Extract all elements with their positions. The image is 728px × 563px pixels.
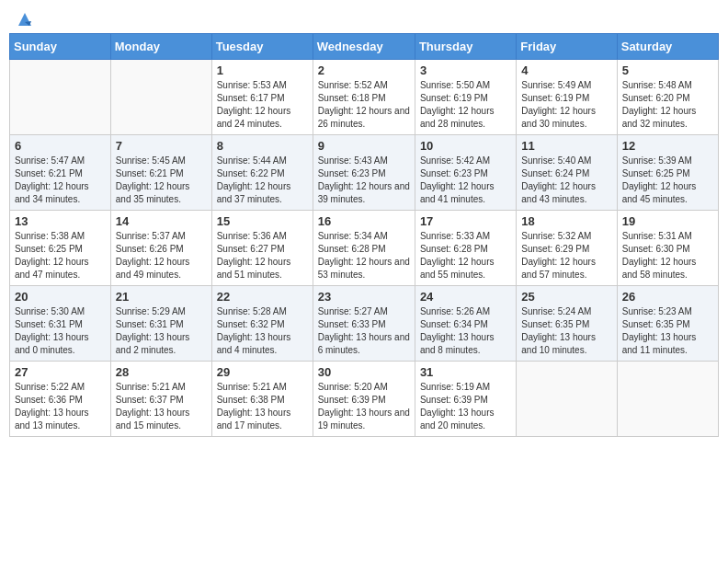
calendar-day-header: Friday [517, 34, 617, 60]
day-number: 5 [622, 63, 713, 77]
day-number: 8 [217, 139, 308, 153]
day-number: 3 [420, 63, 511, 77]
calendar-week-row: 27Sunrise: 5:22 AM Sunset: 6:36 PM Dayli… [10, 362, 719, 437]
calendar-day-cell: 17Sunrise: 5:33 AM Sunset: 6:28 PM Dayli… [415, 211, 516, 286]
calendar-day-header: Sunday [10, 34, 111, 60]
calendar-day-cell: 30Sunrise: 5:20 AM Sunset: 6:39 PM Dayli… [313, 362, 415, 437]
day-number: 11 [521, 139, 611, 153]
calendar-day-header: Thursday [415, 34, 516, 60]
calendar-day-cell: 11Sunrise: 5:40 AM Sunset: 6:24 PM Dayli… [517, 135, 617, 211]
day-info: Sunrise: 5:21 AM Sunset: 6:37 PM Dayligh… [116, 382, 190, 431]
day-number: 6 [15, 139, 106, 153]
day-info: Sunrise: 5:50 AM Sunset: 6:19 PM Dayligh… [420, 80, 495, 129]
calendar-day-cell: 9Sunrise: 5:43 AM Sunset: 6:23 PM Daylig… [313, 135, 415, 211]
calendar-day-cell: 14Sunrise: 5:37 AM Sunset: 6:26 PM Dayli… [110, 211, 211, 286]
day-number: 20 [15, 290, 106, 304]
day-info: Sunrise: 5:53 AM Sunset: 6:17 PM Dayligh… [217, 80, 291, 129]
calendar-day-cell [110, 60, 211, 135]
day-number: 14 [116, 214, 207, 228]
calendar-day-cell: 4Sunrise: 5:49 AM Sunset: 6:19 PM Daylig… [517, 60, 617, 135]
day-info: Sunrise: 5:38 AM Sunset: 6:25 PM Dayligh… [15, 231, 89, 280]
logo [13, 9, 35, 26]
calendar-day-cell: 31Sunrise: 5:19 AM Sunset: 6:39 PM Dayli… [415, 362, 516, 437]
calendar-week-row: 13Sunrise: 5:38 AM Sunset: 6:25 PM Dayli… [10, 211, 719, 286]
day-number: 31 [420, 365, 511, 379]
day-number: 29 [217, 365, 308, 379]
calendar-day-cell: 28Sunrise: 5:21 AM Sunset: 6:37 PM Dayli… [110, 362, 211, 437]
day-number: 19 [622, 214, 713, 228]
day-info: Sunrise: 5:52 AM Sunset: 6:18 PM Dayligh… [318, 80, 410, 129]
calendar-day-cell: 29Sunrise: 5:21 AM Sunset: 6:38 PM Dayli… [211, 362, 313, 437]
day-info: Sunrise: 5:27 AM Sunset: 6:33 PM Dayligh… [318, 306, 410, 355]
day-number: 30 [318, 365, 410, 379]
day-number: 12 [622, 139, 713, 153]
calendar-day-header: Tuesday [211, 34, 313, 60]
day-number: 16 [318, 214, 410, 228]
calendar-day-header: Saturday [617, 34, 718, 60]
logo-icon [15, 9, 35, 29]
calendar-day-cell [10, 60, 111, 135]
day-info: Sunrise: 5:47 AM Sunset: 6:21 PM Dayligh… [15, 155, 89, 204]
day-number: 23 [318, 290, 410, 304]
day-info: Sunrise: 5:43 AM Sunset: 6:23 PM Dayligh… [318, 155, 410, 204]
day-info: Sunrise: 5:23 AM Sunset: 6:35 PM Dayligh… [622, 306, 697, 355]
day-info: Sunrise: 5:32 AM Sunset: 6:29 PM Dayligh… [521, 231, 596, 280]
day-info: Sunrise: 5:22 AM Sunset: 6:36 PM Dayligh… [15, 382, 89, 431]
calendar-header-row: SundayMondayTuesdayWednesdayThursdayFrid… [10, 34, 719, 60]
day-info: Sunrise: 5:33 AM Sunset: 6:28 PM Dayligh… [420, 231, 495, 280]
calendar-day-cell: 16Sunrise: 5:34 AM Sunset: 6:28 PM Dayli… [313, 211, 415, 286]
calendar-day-cell [617, 362, 718, 437]
calendar-day-cell: 19Sunrise: 5:31 AM Sunset: 6:30 PM Dayli… [617, 211, 718, 286]
day-number: 25 [521, 290, 611, 304]
day-number: 4 [521, 63, 611, 77]
calendar-day-cell: 2Sunrise: 5:52 AM Sunset: 6:18 PM Daylig… [313, 60, 415, 135]
day-number: 2 [318, 63, 410, 77]
day-number: 15 [217, 214, 308, 228]
day-info: Sunrise: 5:34 AM Sunset: 6:28 PM Dayligh… [318, 231, 410, 280]
day-number: 13 [15, 214, 106, 228]
calendar-day-cell: 20Sunrise: 5:30 AM Sunset: 6:31 PM Dayli… [10, 286, 111, 362]
day-info: Sunrise: 5:42 AM Sunset: 6:23 PM Dayligh… [420, 155, 495, 204]
day-info: Sunrise: 5:49 AM Sunset: 6:19 PM Dayligh… [521, 80, 596, 129]
day-number: 26 [622, 290, 713, 304]
day-info: Sunrise: 5:39 AM Sunset: 6:25 PM Dayligh… [622, 155, 697, 204]
day-info: Sunrise: 5:20 AM Sunset: 6:39 PM Dayligh… [318, 382, 410, 431]
day-number: 24 [420, 290, 511, 304]
day-number: 28 [116, 365, 207, 379]
day-number: 22 [217, 290, 308, 304]
calendar-day-cell: 5Sunrise: 5:48 AM Sunset: 6:20 PM Daylig… [617, 60, 718, 135]
calendar-day-cell: 12Sunrise: 5:39 AM Sunset: 6:25 PM Dayli… [617, 135, 718, 211]
calendar-day-cell: 8Sunrise: 5:44 AM Sunset: 6:22 PM Daylig… [211, 135, 313, 211]
day-info: Sunrise: 5:30 AM Sunset: 6:31 PM Dayligh… [15, 306, 89, 355]
calendar-day-cell: 26Sunrise: 5:23 AM Sunset: 6:35 PM Dayli… [617, 286, 718, 362]
calendar-day-cell: 7Sunrise: 5:45 AM Sunset: 6:21 PM Daylig… [110, 135, 211, 211]
day-number: 10 [420, 139, 511, 153]
calendar-day-cell: 3Sunrise: 5:50 AM Sunset: 6:19 PM Daylig… [415, 60, 516, 135]
day-info: Sunrise: 5:45 AM Sunset: 6:21 PM Dayligh… [116, 155, 190, 204]
calendar-day-cell: 13Sunrise: 5:38 AM Sunset: 6:25 PM Dayli… [10, 211, 111, 286]
calendar-day-cell: 23Sunrise: 5:27 AM Sunset: 6:33 PM Dayli… [313, 286, 415, 362]
day-info: Sunrise: 5:44 AM Sunset: 6:22 PM Dayligh… [217, 155, 291, 204]
calendar-day-cell: 18Sunrise: 5:32 AM Sunset: 6:29 PM Dayli… [517, 211, 617, 286]
calendar-day-cell [517, 362, 617, 437]
day-info: Sunrise: 5:36 AM Sunset: 6:27 PM Dayligh… [217, 231, 291, 280]
day-info: Sunrise: 5:48 AM Sunset: 6:20 PM Dayligh… [622, 80, 697, 129]
calendar-day-cell: 1Sunrise: 5:53 AM Sunset: 6:17 PM Daylig… [211, 60, 313, 135]
calendar-day-cell: 24Sunrise: 5:26 AM Sunset: 6:34 PM Dayli… [415, 286, 516, 362]
calendar-day-cell: 15Sunrise: 5:36 AM Sunset: 6:27 PM Dayli… [211, 211, 313, 286]
calendar-week-row: 1Sunrise: 5:53 AM Sunset: 6:17 PM Daylig… [10, 60, 719, 135]
day-info: Sunrise: 5:26 AM Sunset: 6:34 PM Dayligh… [420, 306, 495, 355]
day-number: 18 [521, 214, 611, 228]
calendar-week-row: 6Sunrise: 5:47 AM Sunset: 6:21 PM Daylig… [10, 135, 719, 211]
day-number: 21 [116, 290, 207, 304]
day-info: Sunrise: 5:24 AM Sunset: 6:35 PM Dayligh… [521, 306, 596, 355]
day-number: 1 [217, 63, 308, 77]
calendar-day-header: Wednesday [313, 34, 415, 60]
day-number: 27 [15, 365, 106, 379]
calendar-day-cell: 22Sunrise: 5:28 AM Sunset: 6:32 PM Dayli… [211, 286, 313, 362]
calendar-day-cell: 21Sunrise: 5:29 AM Sunset: 6:31 PM Dayli… [110, 286, 211, 362]
day-number: 17 [420, 214, 511, 228]
calendar-table: SundayMondayTuesdayWednesdayThursdayFrid… [9, 33, 719, 437]
day-info: Sunrise: 5:28 AM Sunset: 6:32 PM Dayligh… [217, 306, 291, 355]
day-info: Sunrise: 5:29 AM Sunset: 6:31 PM Dayligh… [116, 306, 190, 355]
